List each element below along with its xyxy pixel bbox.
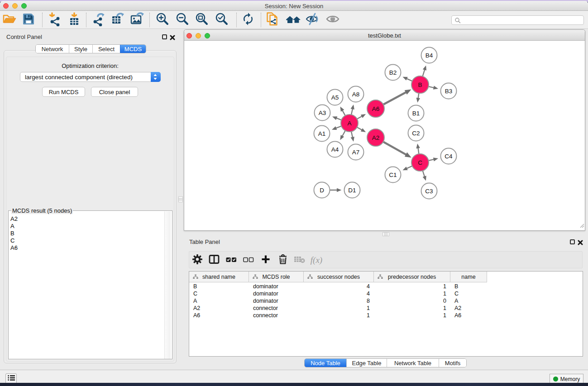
tab-style[interactable]: Style bbox=[69, 45, 92, 53]
table-panel-float-icon[interactable] bbox=[570, 239, 575, 244]
horizontal-splitter-grip[interactable] bbox=[383, 233, 389, 236]
show-columns-button[interactable] bbox=[206, 253, 222, 267]
table-cell[interactable]: A bbox=[454, 297, 487, 305]
network-graph-canvas[interactable]: B4B2BB3A8A5A6A3B1AC2A1A2A4A7C4CC1C3DD1 bbox=[184, 41, 585, 231]
table-cell[interactable]: A6 bbox=[193, 312, 249, 319]
save-floppy-icon bbox=[22, 12, 35, 28]
table-cell[interactable]: 8 bbox=[304, 297, 370, 305]
refresh-button[interactable] bbox=[240, 13, 256, 27]
open-session-button[interactable] bbox=[266, 13, 281, 27]
column-header-name[interactable]: name bbox=[450, 272, 487, 282]
show-all-networks-button[interactable] bbox=[286, 13, 301, 27]
table-cell[interactable]: A6 bbox=[454, 312, 487, 319]
deselect-all-checkboxes-button[interactable] bbox=[241, 253, 256, 267]
table-cell[interactable]: 1 bbox=[304, 312, 370, 319]
zoom-out-button[interactable] bbox=[175, 13, 190, 27]
import-table-button[interactable] bbox=[67, 13, 82, 27]
mcds-result-item[interactable]: C bbox=[10, 237, 18, 244]
table-cell[interactable]: B bbox=[454, 283, 487, 290]
memory-button[interactable]: Memory bbox=[550, 374, 583, 383]
task-history-button[interactable] bbox=[5, 373, 17, 383]
shared-column-icon bbox=[193, 274, 198, 279]
open-file-button[interactable] bbox=[1, 13, 17, 27]
mcds-result-list[interactable]: A2ABCA6 bbox=[10, 215, 18, 252]
table-cell[interactable]: A2 bbox=[193, 305, 249, 312]
delete-columns-button[interactable] bbox=[275, 253, 291, 267]
table-cell[interactable]: 4 bbox=[304, 283, 370, 290]
table-cell[interactable]: dominator bbox=[253, 283, 304, 290]
table-cell[interactable]: dominator bbox=[253, 297, 304, 305]
tab-select[interactable]: Select bbox=[92, 45, 120, 53]
mcds-result-item[interactable]: B bbox=[10, 230, 18, 237]
table-cell[interactable]: 1 bbox=[374, 290, 446, 297]
hide-selected-button[interactable] bbox=[305, 13, 320, 27]
network-window-titlebar[interactable]: testGlobe.txt bbox=[184, 30, 585, 41]
zoom-fit-icon bbox=[195, 12, 209, 28]
network-window-title: testGlobe.txt bbox=[184, 32, 585, 39]
table-options-button[interactable] bbox=[190, 253, 205, 267]
run-mcds-button[interactable]: Run MCDS bbox=[42, 87, 85, 97]
tab-edge-table[interactable]: Edge Table bbox=[346, 359, 387, 367]
add-column-button[interactable] bbox=[258, 253, 273, 267]
graph-edge-arrowhead bbox=[416, 143, 420, 148]
delete-table-button[interactable] bbox=[292, 253, 307, 267]
table-cell[interactable]: A2 bbox=[454, 305, 487, 312]
graph-node-label: A5 bbox=[331, 94, 339, 101]
mcds-result-title: MCDS result (5 nodes) bbox=[11, 207, 73, 214]
export-image-button[interactable] bbox=[129, 13, 145, 27]
criterion-dropdown[interactable]: largest connected component (directed) bbox=[20, 72, 161, 82]
search-input[interactable] bbox=[451, 15, 584, 25]
table-panel-close-icon[interactable] bbox=[578, 239, 583, 247]
graph-edge-arrowhead bbox=[332, 116, 337, 120]
vertical-splitter-grip[interactable] bbox=[179, 197, 182, 202]
export-table-button[interactable] bbox=[110, 13, 125, 27]
node-table[interactable]: shared nameMCDS rolesuccessor nodesprede… bbox=[189, 271, 583, 357]
import-network-button[interactable] bbox=[47, 13, 62, 27]
function-builder-button[interactable]: f(x) bbox=[309, 253, 324, 267]
tab-mcds[interactable]: MCDS bbox=[120, 45, 146, 53]
table-cell[interactable]: B bbox=[193, 283, 249, 290]
table-cell[interactable]: 1 bbox=[374, 283, 446, 290]
column-header-predecessor-nodes[interactable]: predecessor nodes bbox=[374, 272, 450, 282]
mcds-result-scrollbar[interactable] bbox=[164, 211, 171, 359]
graph-node-label: A3 bbox=[319, 110, 326, 116]
select-all-checkboxes-button[interactable] bbox=[224, 253, 239, 267]
mcds-result-item[interactable]: A2 bbox=[10, 215, 18, 223]
table-cell[interactable]: 1 bbox=[304, 305, 370, 312]
table-cell[interactable]: A bbox=[193, 297, 249, 305]
desktop-background-bottom bbox=[0, 383, 588, 386]
column-header-successor-nodes[interactable]: successor nodes bbox=[304, 272, 374, 282]
table-cell[interactable]: 0 bbox=[374, 297, 446, 305]
table-cell[interactable]: dominator bbox=[253, 290, 304, 297]
table-cell[interactable]: 4 bbox=[304, 290, 370, 297]
column-header-shared-name[interactable]: shared name bbox=[189, 272, 249, 282]
tab-network-table[interactable]: Network Table bbox=[387, 359, 439, 367]
table-cell[interactable]: C bbox=[193, 290, 249, 297]
network-view-window: testGlobe.txt B4B2BB3A8A5A6A3B1AC2A1A2A4… bbox=[184, 29, 585, 231]
table-cell[interactable]: 1 bbox=[374, 312, 446, 319]
graph-edge-arrowhead bbox=[423, 176, 426, 181]
table-cell[interactable]: connector bbox=[253, 312, 304, 319]
close-panel-button[interactable]: Close panel bbox=[91, 87, 138, 97]
mcds-result-item[interactable]: A bbox=[10, 223, 18, 230]
graph-node-label: A7 bbox=[352, 149, 360, 156]
zoom-in-button[interactable] bbox=[155, 13, 170, 27]
control-panel-float-icon[interactable] bbox=[162, 34, 167, 39]
window-resize-grip-icon[interactable] bbox=[579, 222, 584, 230]
column-header-MCDS-role[interactable]: MCDS role bbox=[249, 272, 304, 282]
save-session-button[interactable] bbox=[21, 13, 36, 27]
table-cell[interactable]: 1 bbox=[374, 305, 446, 312]
zoom-fit-button[interactable] bbox=[194, 13, 210, 27]
table-cell[interactable]: C bbox=[454, 290, 487, 297]
export-network-button[interactable] bbox=[91, 13, 107, 27]
graph-edge-arrowhead bbox=[405, 152, 411, 158]
table-cell[interactable]: connector bbox=[253, 305, 304, 312]
tab-node-table[interactable]: Node Table bbox=[305, 359, 346, 367]
zoom-selected-button[interactable] bbox=[214, 13, 229, 27]
mcds-result-item[interactable]: A6 bbox=[10, 244, 18, 252]
unchecked-boxes-icon bbox=[243, 256, 254, 264]
tab-network[interactable]: Network bbox=[36, 45, 69, 53]
show-selected-button[interactable] bbox=[325, 13, 340, 27]
control-panel-close-icon[interactable] bbox=[170, 34, 175, 42]
tab-motifs[interactable]: Motifs bbox=[439, 359, 466, 367]
